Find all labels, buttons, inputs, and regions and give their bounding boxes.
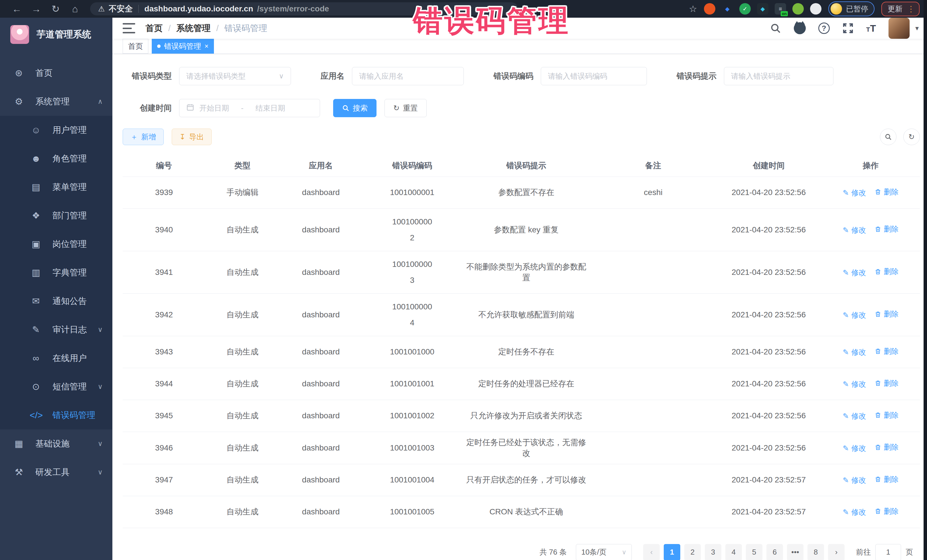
cell-type: 自动生成	[205, 293, 280, 336]
extension-switch-on-icon[interactable]: ≡on	[775, 3, 786, 15]
error-type-select[interactable]: 请选择错误码类型 ∨	[179, 67, 291, 85]
page-button-8[interactable]: 8	[807, 544, 824, 560]
delete-link[interactable]: 删除	[874, 224, 898, 234]
sidebar-toggle-icon[interactable]	[123, 23, 135, 33]
reset-button[interactable]: ↻ 重置	[384, 99, 427, 117]
extension-dark-tiles-icon[interactable]: ◆	[757, 3, 768, 15]
edit-pencil-icon: ✎	[843, 348, 849, 357]
page-button-5[interactable]: 5	[746, 544, 763, 560]
plus-icon: ＋	[130, 132, 138, 142]
close-icon[interactable]: ×	[205, 42, 208, 50]
edit-link[interactable]: ✎修改	[843, 411, 866, 421]
window-edge-scrollbar[interactable]	[924, 0, 927, 560]
edit-link[interactable]: ✎修改	[843, 188, 866, 198]
sidebar-item-announcement[interactable]: ✉通知公告	[0, 287, 112, 316]
delete-link[interactable]: 删除	[874, 346, 898, 357]
edit-link[interactable]: ✎修改	[843, 507, 866, 517]
cell-app: dashboard	[280, 208, 362, 251]
sidebar-item-department-management[interactable]: ❖部门管理	[0, 201, 112, 230]
edit-link[interactable]: ✎修改	[843, 225, 866, 235]
delete-link[interactable]: 删除	[874, 187, 898, 197]
sidebar-item-home[interactable]: ⊛首页	[0, 59, 112, 87]
extension-green-check-icon[interactable]: ✓	[739, 3, 751, 15]
delete-link[interactable]: 删除	[874, 506, 898, 516]
header-search-icon[interactable]	[770, 23, 781, 34]
browser-back-icon[interactable]: ←	[9, 3, 25, 15]
tab-active[interactable]: 错误码管理×	[152, 39, 214, 54]
delete-link[interactable]: 删除	[874, 410, 898, 420]
browser-update-button[interactable]: 更新 ⋮	[881, 2, 919, 16]
sidebar-item-audit-log[interactable]: ✎审计日志∨	[0, 316, 112, 344]
chevron-up-icon: ∧	[97, 97, 103, 106]
browser-profile-chip[interactable]: 已暂停	[828, 2, 874, 16]
browser-reload-icon[interactable]: ↻	[47, 3, 64, 15]
extension-orange-circle-icon[interactable]	[704, 3, 715, 15]
page-size-select[interactable]: 10条/页 ∨	[576, 544, 632, 560]
search-button[interactable]: 搜索	[333, 99, 377, 117]
page-number-buttons: 123456•••8	[664, 544, 824, 560]
goto-page-input[interactable]: 1	[875, 544, 901, 560]
user-avatar[interactable]	[889, 18, 910, 39]
browser-menu-icon[interactable]: ⋮	[907, 4, 915, 14]
sidebar-item-error-code-management[interactable]: </>错误码管理	[0, 401, 112, 429]
breadcrumb-item[interactable]: 系统管理	[176, 23, 211, 34]
extension-green-key-icon[interactable]	[792, 3, 804, 15]
font-size-icon[interactable]: TT	[866, 23, 876, 34]
audit-log-icon: ✎	[30, 324, 42, 335]
app-name-input[interactable]: 请输入应用名	[352, 67, 464, 85]
delete-link[interactable]: 删除	[874, 267, 898, 276]
next-page-button[interactable]: ›	[828, 544, 845, 560]
sidebar-item-position-management[interactable]: ▣岗位管理	[0, 230, 112, 258]
error-hint-input[interactable]: 请输入错误码提示	[724, 67, 833, 85]
cell-type: 自动生成	[205, 400, 280, 432]
page-button-3[interactable]: 3	[705, 544, 721, 560]
sidebar-item-dev-tools[interactable]: ⚒研发工具∨	[0, 458, 112, 486]
error-code-input[interactable]: 请输入错误码编码	[541, 67, 647, 85]
date-range-input[interactable]: 开始日期 - 结束日期	[179, 99, 320, 117]
app-logo[interactable]: 芋道管理系统	[0, 18, 112, 51]
edit-link[interactable]: ✎修改	[843, 310, 866, 320]
edit-link[interactable]: ✎修改	[843, 475, 866, 485]
sidebar-item-menu-management[interactable]: ▤菜单管理	[0, 173, 112, 201]
edit-link[interactable]: ✎修改	[843, 268, 866, 278]
page-button-4[interactable]: 4	[725, 544, 742, 560]
sidebar-item-system-management[interactable]: ⚙系统管理∧	[0, 87, 112, 116]
export-button[interactable]: ↧ 导出	[172, 129, 212, 145]
browser-home-icon[interactable]: ⌂	[67, 3, 83, 15]
sidebar-item-sms-management[interactable]: ⊙短信管理∨	[0, 372, 112, 401]
delete-link[interactable]: 删除	[874, 442, 898, 452]
page-button-2[interactable]: 2	[684, 544, 701, 560]
sidebar-item-label: 角色管理	[53, 153, 103, 164]
more-pages-icon[interactable]: •••	[787, 544, 804, 560]
fullscreen-icon[interactable]	[842, 23, 854, 34]
edit-link[interactable]: ✎修改	[843, 379, 866, 389]
extension-puzzle-icon[interactable]	[810, 3, 821, 15]
table-row: 3946自动生成dashboard1001001003定时任务已经处于该状态，无…	[123, 432, 920, 464]
cell-actions: ✎修改删除	[821, 432, 920, 464]
github-icon[interactable]	[794, 22, 806, 34]
page-button-6[interactable]: 6	[766, 544, 783, 560]
sidebar-item-user-management[interactable]: ☺用户管理	[0, 116, 112, 144]
help-icon[interactable]: ?	[818, 23, 830, 34]
sidebar-item-infrastructure[interactable]: ▦基础设施∨	[0, 429, 112, 458]
add-button[interactable]: ＋ 新增	[123, 129, 164, 145]
browser-forward-icon[interactable]: →	[28, 3, 44, 15]
delete-link[interactable]: 删除	[874, 475, 898, 484]
delete-link[interactable]: 删除	[874, 378, 898, 389]
breadcrumb-item[interactable]: 首页	[146, 23, 163, 34]
extension-blue-gem-icon[interactable]: ◆	[722, 3, 733, 15]
refresh-table-button[interactable]: ↻	[903, 129, 920, 145]
user-menu-caret-icon[interactable]: ▾	[915, 24, 919, 32]
sidebar-item-dictionary-management[interactable]: ▥字典管理	[0, 258, 112, 287]
bookmark-star-icon[interactable]: ☆	[689, 3, 697, 14]
edit-link[interactable]: ✎修改	[843, 347, 866, 357]
delete-link[interactable]: 删除	[874, 309, 898, 319]
tab-item[interactable]: 首页	[123, 39, 148, 54]
page-button-1[interactable]: 1	[664, 544, 680, 560]
sidebar-item-online-users[interactable]: ∞在线用户	[0, 344, 112, 372]
edit-link[interactable]: ✎修改	[843, 443, 866, 453]
sidebar-item-role-management[interactable]: ☻角色管理	[0, 144, 112, 173]
prev-page-button[interactable]: ‹	[643, 544, 660, 560]
toggle-search-button[interactable]	[880, 129, 897, 145]
edit-pencil-icon: ✎	[843, 508, 849, 517]
